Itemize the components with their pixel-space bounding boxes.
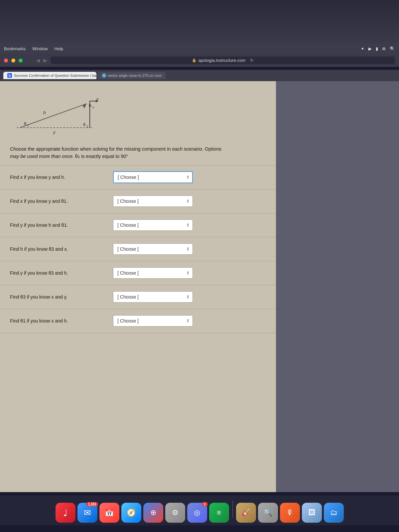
dock-mail[interactable]: ✉ 1,181	[77, 503, 97, 523]
dock-settings[interactable]: ⚙	[165, 503, 185, 523]
traffic-light-yellow[interactable]	[11, 59, 15, 63]
svg-text:1: 1	[27, 124, 29, 127]
battery-icon: ▮	[376, 46, 378, 51]
choose-select-6[interactable]: [ Choose ]sincostansin⁻¹cos⁻¹tan⁻¹	[113, 291, 193, 303]
select-wrapper-4: [ Choose ]sincostansin⁻¹cos⁻¹tan⁻¹⇕	[113, 243, 193, 255]
menu-bar-right: ✦ ▶ ▮ ⋒ 🔍	[361, 46, 395, 51]
reload-icon[interactable]: ↻	[250, 58, 254, 63]
question-text-1: Find x if you know y and h.	[10, 175, 113, 180]
svg-text:2: 2	[86, 125, 88, 128]
background-top	[0, 0, 399, 43]
discord-icon: ◎	[194, 508, 200, 517]
svg-text:θ: θ	[89, 103, 91, 108]
bluetooth-icon: ✦	[361, 46, 364, 51]
nav-back-icon[interactable]: ◀	[36, 57, 40, 64]
select-wrapper-2: [ Choose ]sincostansin⁻¹cos⁻¹tan⁻¹⇕	[113, 196, 193, 207]
main-content: h θ 1 θ 2 θ 3 x y Choose the appropriate…	[0, 81, 276, 492]
calendar-icon: 📅	[105, 508, 114, 517]
select-wrapper-3: [ Choose ]sincostansin⁻¹cos⁻¹tan⁻¹⇕	[113, 219, 193, 231]
question-text-2: Find x if you know y and θ1.	[10, 199, 113, 204]
dock-discord[interactable]: ◎ 1	[187, 503, 207, 523]
svg-text:3: 3	[92, 106, 94, 109]
instructions-line1: Choose the appropriate function when sol…	[10, 146, 221, 152]
questions-container: Find x if you know y and h.[ Choose ]sin…	[0, 166, 276, 333]
choose-select-7[interactable]: [ Choose ]sincostansin⁻¹cos⁻¹tan⁻¹	[113, 315, 193, 327]
choose-select-2[interactable]: [ Choose ]sincostansin⁻¹cos⁻¹tan⁻¹	[113, 196, 193, 207]
traffic-light-green[interactable]	[19, 59, 23, 63]
dock-spotlight[interactable]: 🔍	[258, 503, 278, 523]
select-wrapper-7: [ Choose ]sincostansin⁻¹cos⁻¹tan⁻¹⇕	[113, 315, 193, 327]
right-panel	[276, 81, 399, 492]
dock-music[interactable]: ♩	[56, 503, 75, 523]
menu-bookmarks[interactable]: Bookmarks	[4, 46, 26, 51]
media-icon: ▶	[368, 46, 372, 51]
question-row-5: Find y if you know θ3 and h.[ Choose ]si…	[0, 261, 276, 285]
menu-window[interactable]: Window	[32, 46, 48, 51]
tab-1-icon: b	[7, 73, 12, 78]
dock-separator	[232, 501, 233, 517]
url-text: apologia.instructure.com	[199, 58, 246, 63]
question-text-6: Find θ3 if you know x and y.	[10, 294, 113, 300]
diagram-area: h θ 1 θ 2 θ 3 x y	[0, 81, 276, 146]
dock-guitar[interactable]: 🎸	[236, 503, 256, 523]
instructions-italic: may be used more than once.	[10, 154, 74, 159]
diagram-svg: h θ 1 θ 2 θ 3 x y	[10, 88, 103, 141]
instructions-normal: θ₂ is exactly equal to 90°	[74, 154, 128, 159]
nav-forward-icon[interactable]: ▶	[43, 57, 47, 64]
traffic-light-red[interactable]	[4, 59, 8, 63]
bottom-area	[0, 525, 399, 532]
instructions-text: Choose the appropriate function when sol…	[0, 146, 276, 166]
question-row-2: Find x if you know y and θ1.[ Choose ]si…	[0, 190, 276, 213]
dock-voice[interactable]: 🎙	[280, 503, 300, 523]
dock: ♩ ✉ 1,181 📅 🧭 ⊕ ⚙ ◎ 1 ≡ 🎸 🔍 🎙 🖼 🗂	[0, 495, 399, 525]
search-icon[interactable]: 🔍	[390, 46, 395, 51]
music-icon: ♩	[63, 507, 67, 518]
browser-chrome: ◀ ▶ 🔒 apologia.instructure.com ↻	[0, 54, 399, 67]
dock-spotify[interactable]: ≡	[209, 503, 229, 523]
question-text-3: Find y if you know h and θ1.	[10, 222, 113, 228]
question-row-1: Find x if you know y and h.[ Choose ]sin…	[0, 166, 276, 190]
preview-icon: 🖼	[308, 508, 316, 517]
tab-2-icon: G	[102, 73, 106, 78]
select-wrapper-5: [ Choose ]sincostansin⁻¹cos⁻¹tan⁻¹⇕	[113, 267, 193, 279]
choose-select-3[interactable]: [ Choose ]sincostansin⁻¹cos⁻¹tan⁻¹	[113, 219, 193, 231]
mail-badge: 1,181	[86, 502, 98, 506]
spotlight-icon: 🔍	[263, 508, 272, 517]
tab-1-label: Success Confirmation of Question Submiss…	[14, 73, 96, 77]
finder-icon: 🗂	[330, 508, 337, 517]
wifi-icon: ⋒	[382, 46, 386, 51]
dock-finder[interactable]: 🗂	[324, 503, 344, 523]
settings-icon: ⚙	[172, 508, 179, 517]
lock-icon: 🔒	[192, 58, 197, 63]
tab-2[interactable]: G vector angle close to 270 on coor	[98, 72, 166, 79]
dock-safari[interactable]: 🧭	[121, 503, 141, 523]
question-text-4: Find h if you know θ3 and x.	[10, 246, 113, 252]
menu-help[interactable]: Help	[54, 46, 63, 51]
mail-icon: ✉	[84, 508, 91, 518]
svg-text:θ: θ	[24, 121, 26, 126]
choose-select-5[interactable]: [ Choose ]sincostansin⁻¹cos⁻¹tan⁻¹	[113, 267, 193, 279]
tab-1[interactable]: b Success Confirmation of Question Submi…	[3, 72, 96, 79]
svg-text:h: h	[43, 110, 46, 115]
dock-preview[interactable]: 🖼	[302, 503, 322, 523]
question-row-4: Find h if you know θ3 and x.[ Choose ]si…	[0, 237, 276, 261]
dock-calendar[interactable]: 📅	[99, 503, 119, 523]
svg-text:θ: θ	[83, 122, 85, 127]
choose-select-1[interactable]: [ Choose ]sincostansin⁻¹cos⁻¹tan⁻¹	[113, 171, 193, 183]
select-wrapper-1: [ Choose ]sincostansin⁻¹cos⁻¹tan⁻¹⇕	[113, 171, 193, 183]
choose-select-4[interactable]: [ Choose ]sincostansin⁻¹cos⁻¹tan⁻¹	[113, 243, 193, 255]
dock-chrome[interactable]: ⊕	[143, 503, 163, 523]
voice-icon: 🎙	[286, 508, 294, 517]
svg-text:y: y	[53, 130, 56, 135]
chrome-icon: ⊕	[150, 508, 156, 517]
spotify-icon: ≡	[217, 508, 221, 517]
question-text-7: Find θ1 if you know x and h.	[10, 318, 113, 324]
select-wrapper-6: [ Choose ]sincostansin⁻¹cos⁻¹tan⁻¹⇕	[113, 291, 193, 303]
address-bar[interactable]: 🔒 apologia.instructure.com ↻	[51, 57, 395, 64]
question-text-5: Find y if you know θ3 and h.	[10, 270, 113, 276]
menu-bar: Bookmarks Window Help ✦ ▶ ▮ ⋒ 🔍	[0, 43, 399, 54]
svg-line-2	[20, 104, 86, 128]
svg-marker-3	[82, 104, 86, 108]
question-row-3: Find y if you know h and θ1.[ Choose ]si…	[0, 213, 276, 237]
question-row-6: Find θ3 if you know x and y.[ Choose ]si…	[0, 285, 276, 309]
